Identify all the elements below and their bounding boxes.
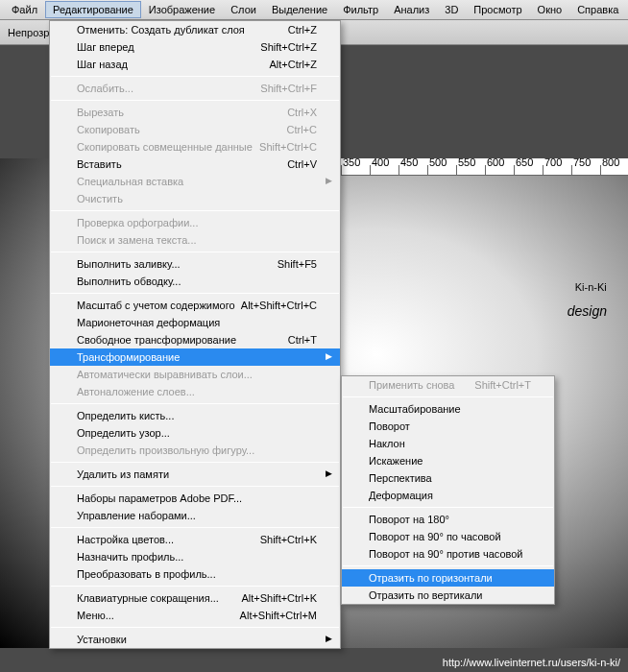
menu-item[interactable]: Трансформирование▶ <box>50 348 340 366</box>
separator <box>343 507 553 508</box>
menu-окно[interactable]: Окно <box>530 1 570 18</box>
menu-item[interactable]: Поворот <box>342 418 554 435</box>
menu-файл[interactable]: Файл <box>4 1 45 18</box>
menu-item: Определить произвольную фигуру... <box>50 442 340 459</box>
submenu-arrow-icon: ▶ <box>326 351 332 361</box>
menu-item[interactable]: Преобразовать в профиль... <box>50 565 340 583</box>
separator <box>51 293 339 294</box>
menu-item[interactable]: Поворот на 90° против часовой <box>342 545 554 563</box>
menu-item[interactable]: Поворот на 90° по часовой <box>342 528 554 545</box>
menu-редактирование[interactable]: Редактирование <box>45 1 141 18</box>
credit-url: http://www.liveinternet.ru/users/ki-n-ki… <box>443 657 620 668</box>
menu-item[interactable]: Выполнить обводку... <box>50 273 340 290</box>
menu-item: ВырезатьCtrl+X <box>50 104 340 121</box>
menu-item: Автоналожение слоев... <box>50 383 340 400</box>
menu-item[interactable]: Масштабирование <box>342 400 554 418</box>
menu-изображение[interactable]: Изображение <box>141 1 223 18</box>
menu-item[interactable]: Шаг впередShift+Ctrl+Z <box>50 38 340 56</box>
menu-item[interactable]: Наклон <box>342 435 554 452</box>
separator <box>51 252 339 252</box>
menu-item: Поиск и замена текста... <box>50 231 340 249</box>
separator <box>51 210 339 211</box>
menu-item: Применить сноваShift+Ctrl+T <box>342 376 554 394</box>
menu-item: Очистить <box>50 190 340 207</box>
separator <box>343 565 553 566</box>
menu-item: Автоматически выравнивать слои... <box>50 366 340 383</box>
separator <box>51 586 339 587</box>
menu-item[interactable]: Клавиатурные сокращения...Alt+Shift+Ctrl… <box>50 589 340 607</box>
menu-просмотр[interactable]: Просмотр <box>466 1 529 18</box>
menu-item[interactable]: Меню...Alt+Shift+Ctrl+M <box>50 607 340 624</box>
submenu-arrow-icon: ▶ <box>326 468 332 478</box>
menu-item[interactable]: Определить узор... <box>50 424 340 442</box>
menu-item[interactable]: Наборы параметров Adobe PDF... <box>50 490 340 507</box>
menu-item[interactable]: Отразить по горизонтали <box>342 569 554 587</box>
menu-item: Проверка орфографии... <box>50 214 340 231</box>
menu-item[interactable]: Отменить: Создать дубликат слояCtrl+Z <box>50 21 340 38</box>
menu-item[interactable]: Выполнить заливку...Shift+F5 <box>50 255 340 273</box>
menu-item[interactable]: Искажение <box>342 452 554 469</box>
menu-item: Специальная вставка▶ <box>50 173 340 190</box>
menu-item[interactable]: ВставитьCtrl+V <box>50 156 340 173</box>
menu-фильтр[interactable]: Фильтр <box>335 1 386 18</box>
separator <box>51 527 339 528</box>
separator <box>51 76 339 77</box>
menu-item[interactable]: Поворот на 180° <box>342 511 554 528</box>
transform-submenu: Применить сноваShift+Ctrl+TМасштабирован… <box>341 375 555 605</box>
separator <box>51 403 339 404</box>
separator <box>343 396 553 397</box>
menu-item: Ослабить...Shift+Ctrl+F <box>50 80 340 97</box>
separator <box>51 100 339 101</box>
menu-item[interactable]: Марионеточная деформация <box>50 314 340 331</box>
watermark-logo: Ki-n-Ki design <box>575 269 615 326</box>
submenu-arrow-icon: ▶ <box>326 634 332 643</box>
menu-слои[interactable]: Слои <box>223 1 264 18</box>
menu-item[interactable]: Отразить по вертикали <box>342 587 554 604</box>
menu-3d[interactable]: 3D <box>437 1 466 18</box>
menu-item[interactable]: Установки▶ <box>50 631 340 648</box>
menu-справка[interactable]: Справка <box>569 1 626 18</box>
menu-item[interactable]: Шаг назадAlt+Ctrl+Z <box>50 56 340 73</box>
menu-item[interactable]: Деформация <box>342 487 554 504</box>
menu-анализ[interactable]: Анализ <box>386 1 437 18</box>
menu-item[interactable]: Перспектива <box>342 469 554 487</box>
submenu-arrow-icon: ▶ <box>326 176 332 185</box>
ruler-horizontal: 350400450500550600650700750800 <box>341 158 628 176</box>
menu-item: СкопироватьCtrl+C <box>50 121 340 138</box>
separator <box>51 462 339 463</box>
menu-item[interactable]: Настройка цветов...Shift+Ctrl+K <box>50 531 340 548</box>
edit-menu-dropdown: Отменить: Создать дубликат слояCtrl+ZШаг… <box>49 20 341 649</box>
menu-item[interactable]: Назначить профиль... <box>50 548 340 565</box>
menu-item: Скопировать совмещенные данныеShift+Ctrl… <box>50 138 340 156</box>
separator <box>51 627 339 628</box>
menu-item[interactable]: Масштаб с учетом содержимогоAlt+Shift+Ct… <box>50 297 340 314</box>
menubar: ФайлРедактированиеИзображениеСлоиВыделен… <box>0 0 628 20</box>
menu-item[interactable]: Управление наборами... <box>50 507 340 524</box>
menu-item[interactable]: Свободное трансформированиеCtrl+T <box>50 331 340 348</box>
menu-item[interactable]: Определить кисть... <box>50 407 340 424</box>
menu-выделение[interactable]: Выделение <box>264 1 335 18</box>
menu-item[interactable]: Удалить из памяти▶ <box>50 466 340 483</box>
separator <box>51 486 339 487</box>
